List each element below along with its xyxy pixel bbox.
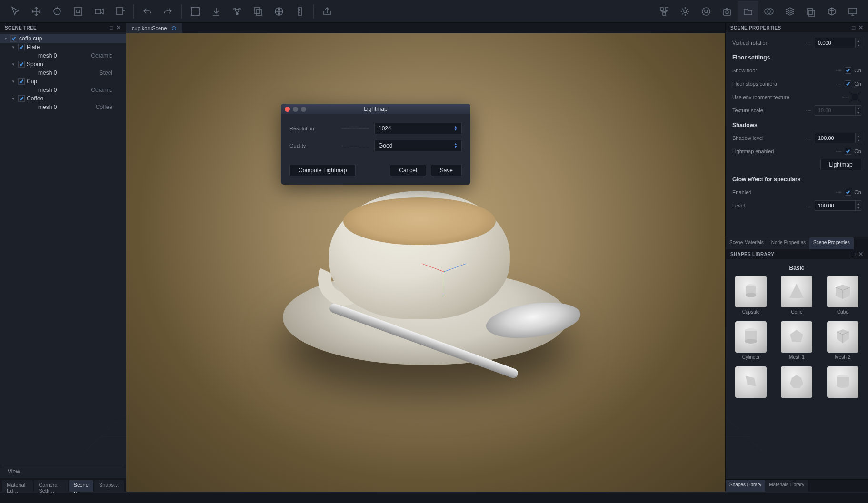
save-button[interactable]: Save	[431, 165, 462, 176]
download-icon[interactable]	[206, 1, 227, 22]
tree-visibility-checkbox[interactable]	[18, 61, 25, 68]
scene-tree[interactable]: ▼coffe cup▼Platemesh 0Ceramic▼Spoonmesh …	[0, 32, 126, 464]
show-floor-checkbox[interactable]	[845, 67, 851, 74]
shapes-tab[interactable]: Shapes Library	[726, 480, 765, 492]
monitor-icon[interactable]	[842, 1, 863, 22]
materials-icon[interactable]	[779, 1, 800, 22]
glow-level-input[interactable]	[815, 200, 856, 211]
lightmap-enabled-checkbox[interactable]	[845, 148, 851, 155]
camera2-icon[interactable]	[717, 1, 738, 22]
dialog-zoom-icon[interactable]	[301, 107, 306, 112]
tree-visibility-checkbox[interactable]	[10, 35, 17, 42]
folder-icon[interactable]	[738, 1, 758, 22]
move-icon[interactable]	[26, 1, 47, 22]
diagram-icon[interactable]	[654, 1, 675, 22]
panel-expand-icon[interactable]: □	[110, 24, 113, 31]
layers-icon[interactable]	[800, 1, 821, 22]
shape-item[interactable]	[823, 366, 862, 400]
tree-visibility-checkbox[interactable]	[18, 44, 25, 50]
cube-icon[interactable]	[821, 1, 842, 22]
tree-row[interactable]: mesh 0Steel	[0, 69, 126, 77]
panel-expand-icon[interactable]: □	[852, 24, 856, 31]
camera-icon[interactable]	[89, 1, 110, 22]
shape-item[interactable]	[777, 366, 816, 400]
scene-tab[interactable]: cup.koruScene ⊙	[126, 23, 182, 33]
tree-row[interactable]: ▼coffe cup	[0, 34, 126, 43]
focus-icon[interactable]	[185, 1, 206, 22]
ruler-icon[interactable]	[289, 1, 310, 22]
stepper[interactable]: ▲▼	[856, 200, 861, 211]
gear-icon[interactable]	[675, 1, 696, 22]
left-tab[interactable]: Camera Setti…	[34, 480, 68, 492]
dialog-minimize-icon[interactable]	[293, 107, 298, 112]
dialog-titlebar[interactable]: Lightmap	[281, 104, 470, 114]
right-panel-tab[interactable]: Scene Materials	[726, 237, 768, 249]
panel-expand-icon[interactable]: □	[852, 251, 856, 257]
scale-icon[interactable]	[68, 1, 89, 22]
shape-item[interactable]: Mesh 2	[823, 321, 862, 360]
compute-lightmap-button[interactable]: Compute Lightmap	[289, 165, 356, 176]
tree-row[interactable]: ▼Plate	[0, 43, 126, 51]
tree-toggle-icon[interactable]: ▼	[11, 45, 16, 49]
lightmap-button[interactable]: Lightmap	[820, 159, 861, 170]
tree-row[interactable]: ▼Spoon	[0, 60, 126, 69]
tree-row[interactable]: mesh 0Ceramic	[0, 86, 126, 94]
shape-item[interactable]: Capsule	[731, 276, 770, 315]
resolution-select[interactable]: 1024 ▲▼	[374, 123, 462, 134]
vertical-rotation-input[interactable]	[815, 38, 856, 48]
shape-item[interactable]	[731, 366, 770, 400]
stepper[interactable]: ▲▼	[856, 38, 861, 48]
tree-row[interactable]: mesh 0Ceramic	[0, 51, 126, 60]
rotate-icon[interactable]	[47, 1, 68, 22]
globe-icon[interactable]	[269, 1, 289, 22]
tree-toggle-icon[interactable]: ▼	[11, 79, 16, 84]
tree-item-material: Steel	[100, 69, 122, 76]
dialog-close-icon[interactable]	[285, 107, 290, 112]
tree-visibility-checkbox[interactable]	[18, 95, 25, 102]
view-dropdown[interactable]: View	[2, 466, 124, 476]
quality-select[interactable]: Good ▲▼	[374, 140, 462, 151]
shape-item[interactable]: Cube	[823, 276, 862, 315]
panel-close-icon[interactable]: ✕	[116, 24, 121, 31]
floor-stops-checkbox[interactable]	[845, 80, 851, 87]
select-arrow-icon: ▲▼	[454, 143, 458, 148]
svg-rect-10	[256, 10, 262, 15]
tree-row[interactable]: ▼Coffee	[0, 94, 126, 103]
shapes-tab[interactable]: Materials Library	[765, 480, 808, 492]
tree-visibility-checkbox[interactable]	[18, 78, 25, 85]
environments-icon[interactable]	[758, 1, 779, 22]
left-tab[interactable]: Material Ed…	[2, 480, 33, 492]
tree-toggle-icon[interactable]: ▼	[11, 62, 16, 67]
left-tab[interactable]: Snaps…	[94, 480, 124, 492]
use-env-checkbox[interactable]	[852, 94, 858, 100]
shape-item[interactable]: Mesh 1	[777, 321, 816, 360]
tree-toggle-icon[interactable]: ▼	[11, 97, 16, 101]
shape-item[interactable]: Cone	[777, 276, 816, 315]
right-panel-tab[interactable]: Node Properties	[768, 237, 809, 249]
panel-close-icon[interactable]: ✕	[858, 24, 863, 31]
add-shape-icon[interactable]	[110, 1, 130, 22]
share-icon[interactable]	[317, 1, 338, 22]
particles-icon[interactable]	[227, 1, 248, 22]
tree-toggle-icon[interactable]: ▼	[4, 37, 9, 41]
stepper[interactable]: ▲▼	[856, 133, 861, 143]
right-panel-tab[interactable]: Scene Properties	[809, 237, 854, 249]
toolbar-separator	[313, 4, 314, 19]
cursor-icon[interactable]	[5, 1, 26, 22]
scene-tab-close-icon[interactable]: ⊙	[171, 24, 177, 31]
undo-icon[interactable]	[137, 1, 158, 22]
glow-enabled-checkbox[interactable]	[845, 189, 851, 196]
redo-icon[interactable]	[158, 1, 179, 22]
shape-item[interactable]: Cylinder	[731, 321, 770, 360]
3d-viewport[interactable]: Lightmap Resolution 1024 ▲▼ Quality	[126, 33, 725, 492]
tree-row[interactable]: ▼Cup	[0, 77, 126, 86]
copy-icon[interactable]	[248, 1, 269, 22]
tree-row[interactable]: mesh 0Coffee	[0, 103, 126, 111]
left-tab[interactable]: Scene …	[69, 480, 93, 492]
shadow-level-input[interactable]	[815, 133, 856, 143]
panel-close-icon[interactable]: ✕	[858, 251, 863, 257]
svg-rect-19	[723, 10, 731, 15]
shadows-heading: Shadows	[732, 122, 861, 128]
target-icon[interactable]	[696, 1, 717, 22]
cancel-button[interactable]: Cancel	[390, 165, 426, 176]
